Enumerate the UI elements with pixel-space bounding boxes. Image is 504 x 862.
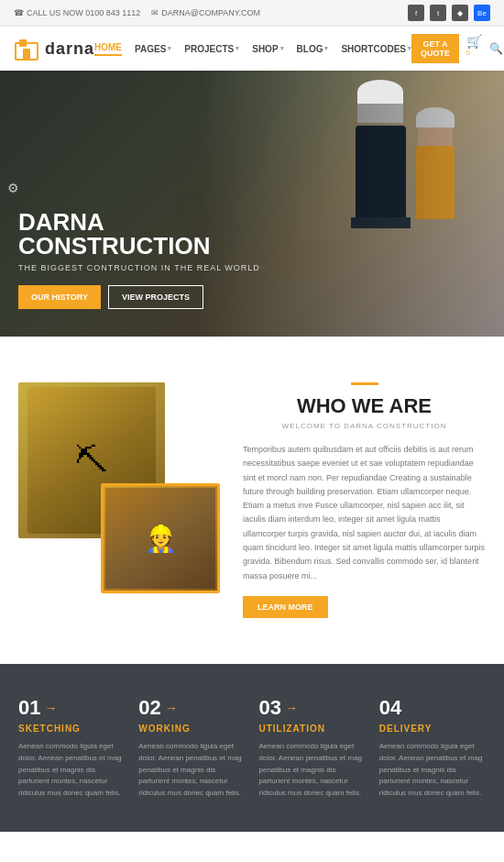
who-text: Temporibus autem quibusdam et aut offici… (243, 443, 486, 583)
nav-projects[interactable]: PROJECTS ▾ (184, 44, 239, 54)
who-images: ⛏ 👷 (18, 382, 220, 593)
twitter-icon[interactable]: t (430, 5, 446, 21)
secondary-image: 👷 (101, 483, 220, 593)
cart-icon[interactable]: 🛒0 (466, 34, 482, 63)
process-desc-4: Aenean commodo ligula eget dolor. Aenean… (379, 741, 486, 800)
nav-right: GET A QUOTE 🛒0 🔍 (411, 34, 503, 63)
nav-home[interactable]: HOME (94, 42, 122, 56)
phone-info: ☎ CALL US NOW 0100 843 1112 (14, 8, 140, 17)
nav-menu: HOME PAGES ▾ PROJECTS ▾ SHOP ▾ BLOG ▾ SH… (94, 42, 411, 56)
chevron-down-icon: ▾ (168, 45, 171, 52)
nav-shop[interactable]: SHOP ▾ (252, 44, 283, 54)
who-subtitle: WELCOME TO DARNA CONSTRUCTION (243, 422, 486, 430)
top-bar-contact: ☎ CALL US NOW 0100 843 1112 ✉ DARNA@COMP… (14, 8, 260, 17)
nav-pages[interactable]: PAGES ▾ (135, 44, 171, 54)
our-history-button[interactable]: OUR HISTORY (18, 285, 101, 309)
get-quote-button[interactable]: GET A QUOTE (411, 34, 459, 63)
chevron-down-icon: ▾ (280, 45, 284, 52)
svg-rect-2 (23, 49, 30, 60)
process-number-3: 03 → (259, 696, 366, 720)
cart-count: 0 (466, 50, 470, 56)
process-item-2: 02 → WORKING Aenean commodo ligula eget … (138, 696, 245, 800)
logo-icon (14, 36, 39, 61)
learn-more-button[interactable]: LEARN MORE (243, 596, 328, 618)
process-name-2: WORKING (138, 724, 245, 734)
process-item-1: 01 → SKETCHING Aenean commodo ligula ege… (18, 696, 125, 800)
process-name-1: SKETCHING (18, 724, 125, 734)
hero-buttons: OUR HISTORY VIEW PROJECTS (18, 285, 260, 309)
process-name-3: UTILIZATION (259, 724, 366, 734)
who-title: WHO WE ARE (243, 394, 486, 418)
email-info: ✉ DARNA@COMPANY.COM (151, 8, 260, 17)
process-number-4: 04 (379, 696, 486, 720)
logo[interactable]: darna (14, 36, 94, 61)
what-we-offer-section: WHAT WE OFFER ALWAYS DEDICATED AND DEVOT… (0, 832, 504, 862)
process-arrow-icon-3: → (285, 701, 298, 715)
process-number-2: 02 → (138, 696, 245, 720)
process-desc-3: Aenean commodo ligula eget dolor. Aenean… (259, 741, 366, 800)
hero-title: DARNA CONSTRUCTION (18, 210, 260, 258)
process-arrow-icon: → (44, 701, 57, 715)
process-item-4: 04 DELIVERY Aenean commodo ligula eget d… (379, 696, 486, 800)
process-section: 01 → SKETCHING Aenean commodo ligula ege… (0, 664, 504, 832)
phone-icon: ☎ (14, 8, 24, 17)
process-item-3: 03 → UTILIZATION Aenean commodo ligula e… (259, 696, 366, 800)
hard-hat-white (357, 80, 403, 104)
search-icon[interactable]: 🔍 (489, 42, 503, 55)
view-projects-button[interactable]: VIEW PROJECTS (108, 285, 203, 309)
team-image: 👷 (105, 488, 215, 589)
behance-icon[interactable]: Be (474, 5, 490, 21)
chevron-down-icon: ▾ (324, 45, 328, 52)
facebook-icon[interactable]: f (408, 5, 424, 21)
who-we-are-section: ⛏ 👷 WHO WE ARE WELCOME TO DARNA CONSTRUC… (0, 337, 504, 664)
svg-rect-1 (19, 39, 27, 47)
email-text: DARNA@COMPANY.COM (161, 8, 260, 17)
hero-title-line2: CONSTRUCTION (18, 234, 260, 258)
secondary-image-content: 👷 (104, 486, 217, 591)
who-content: WHO WE ARE WELCOME TO DARNA CONSTRUCTION… (243, 382, 486, 618)
email-icon: ✉ (151, 8, 159, 17)
social-links: f t ◆ Be (408, 5, 490, 21)
pinterest-icon[interactable]: ◆ (452, 5, 468, 21)
process-desc-1: Aenean commodo ligula eget dolor. Aenean… (18, 741, 125, 800)
hero-subtitle: THE BIGGEST CONTRUCTION IN THE REAL WORL… (18, 263, 260, 272)
hero-content: DARNA CONSTRUCTION THE BIGGEST CONTRUCTI… (0, 192, 279, 337)
process-desc-2: Aenean commodo ligula eget dolor. Aenean… (138, 741, 245, 800)
process-name-4: DELIVERY (379, 724, 486, 734)
process-arrow-icon-2: → (165, 701, 178, 715)
nav-shortcodes[interactable]: SHORTCODES ▾ (341, 44, 411, 54)
hero-title-line1: DARNA (18, 210, 260, 234)
navbar: darna HOME PAGES ▾ PROJECTS ▾ SHOP ▾ BLO… (0, 27, 504, 71)
logo-text: darna (45, 39, 94, 59)
section-tag (351, 382, 378, 385)
top-bar: ☎ CALL US NOW 0100 843 1112 ✉ DARNA@COMP… (0, 0, 504, 27)
nav-blog[interactable]: BLOG ▾ (297, 44, 329, 54)
hero-section: ⚙ DARNA CONSTRUCTION THE BIGGEST CONTRUC… (0, 71, 504, 337)
process-number-1: 01 → (18, 696, 125, 720)
phone-text: CALL US NOW 0100 843 1112 (27, 8, 140, 17)
chevron-down-icon: ▾ (236, 45, 239, 52)
